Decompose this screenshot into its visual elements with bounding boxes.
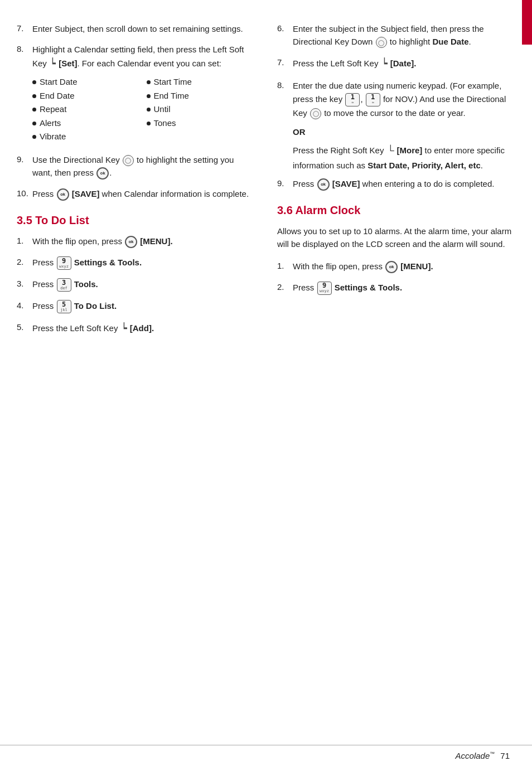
bullet-item: Vibrate — [32, 130, 141, 143]
list-item: 1. With the flip open, press ok [MENU]. — [277, 260, 515, 273]
ok-button-icon: ok — [125, 236, 137, 248]
list-item: 6. Enter the subject in the Subject fiel… — [277, 22, 515, 49]
key-3-icon: 3def — [57, 278, 71, 292]
item-number: 5. — [17, 321, 32, 337]
item-content: Highlight a Calendar setting field, then… — [32, 43, 255, 146]
bullet-dot — [147, 80, 151, 84]
due-date-label: Due Date — [432, 37, 468, 46]
section-header-3-6: 3.6 Alarm Clock — [277, 204, 515, 217]
soft-key-icon: ┕ — [381, 56, 388, 72]
left-column: 7. Enter Subject, then scroll down to se… — [17, 22, 266, 734]
list-item: 3. Press 3def Tools. — [17, 278, 255, 292]
list-item: 9. Press ok [SAVE] when entering a to do… — [277, 177, 515, 191]
key-9-icon: 9wxyz — [317, 282, 332, 295]
item-number: 7. — [17, 22, 32, 35]
directional-key-icon: ◯ — [123, 155, 134, 166]
ok-button-icon: ok — [385, 261, 398, 273]
bullet-grid: Start Date Start Time End Date End — [32, 76, 255, 143]
item-content: Press the Left Soft Key ┕ [Add]. — [32, 321, 255, 337]
item-content: Enter the due date using numeric keypad.… — [293, 79, 515, 119]
ok-button-icon: ok — [57, 188, 69, 201]
item-number: 1. — [17, 235, 32, 248]
item-number: 7. — [277, 56, 293, 72]
list-item: 4. Press 5jkl To Do List. — [17, 299, 255, 313]
ok-button-icon: ok — [96, 167, 109, 180]
directional-key-down-icon: ◯ — [376, 37, 387, 48]
brand-name: Accolade™ — [456, 751, 495, 760]
menu-label: [MENU]. — [140, 236, 172, 246]
save-label: [SAVE] — [332, 179, 360, 188]
date-label: [Date]. — [390, 58, 417, 67]
bullet-dot — [32, 122, 36, 125]
directional-key-icon: ◯ — [310, 108, 321, 119]
bullet-dot — [32, 80, 36, 84]
bullet-item: Start Time — [147, 76, 255, 89]
item-number: 2. — [277, 281, 293, 295]
item-number: 8. — [17, 43, 32, 146]
item-number: 9. — [277, 177, 293, 191]
right-column: 6. Enter the subject in the Subject fiel… — [266, 22, 515, 734]
item-content: Press ok [SAVE] when entering a to do is… — [293, 177, 515, 191]
list-item: 7. Press the Left Soft Key ┕ [Date]. — [277, 56, 515, 72]
list-item: 5. Press the Left Soft Key ┕ [Add]. — [17, 321, 255, 337]
item-content: Press ok [SAVE] when Calendar informatio… — [32, 187, 255, 201]
bullet-label: Start Date — [40, 76, 78, 89]
item-number: 1. — [277, 260, 293, 273]
bullet-item: End Date — [32, 90, 141, 103]
list-item: 8. Highlight a Calendar setting field, t… — [17, 43, 255, 146]
bullet-label: Vibrate — [40, 130, 66, 143]
section-header-3-5: 3.5 To Do List — [17, 214, 255, 227]
item-content: With the flip open, press ok [MENU]. — [293, 260, 515, 273]
item-number: 2. — [17, 256, 32, 270]
item-number: 3. — [17, 278, 32, 292]
item-content: Use the Directional Key ◯ to highlight t… — [32, 153, 255, 180]
item-number: 9. — [17, 153, 32, 180]
bullet-dot — [32, 108, 36, 111]
alarm-clock-description: Allows you to set up to 10 alarms. At th… — [277, 225, 515, 251]
key-1a-icon: 1≈ — [345, 93, 360, 106]
menu-label: [MENU]. — [400, 261, 433, 271]
or-section: OR Press the Right Soft Key ┘ [More] to … — [277, 127, 515, 172]
item-number: 4. — [17, 299, 32, 313]
right-soft-key-icon: ┘ — [387, 143, 394, 159]
settings-tools-label: Settings & Tools. — [335, 283, 402, 292]
bullet-item: Repeat — [32, 103, 141, 116]
page-number: 71 — [500, 751, 510, 760]
key-9-icon: 9wxyz — [57, 256, 71, 270]
bullet-dot — [147, 108, 151, 111]
item-content: Press 9wxyz Settings & Tools. — [32, 256, 255, 270]
bullet-label: Until — [154, 103, 171, 116]
list-item: 2. Press 9wxyz Settings & Tools. — [17, 256, 255, 270]
list-item: 1. With the flip open, press ok [MENU]. — [17, 235, 255, 248]
bullet-label: Repeat — [40, 103, 66, 116]
soft-key-icon: ┕ — [50, 56, 56, 72]
item-number: 10. — [17, 187, 32, 201]
list-item: 9. Use the Directional Key ◯ to highligh… — [17, 153, 255, 180]
footer: Accolade™ 71 — [0, 745, 532, 766]
bullet-label: Tones — [154, 117, 176, 130]
bullet-item: Alerts — [32, 117, 141, 130]
or-content: Press the Right Soft Key ┘ [More] to ent… — [293, 143, 515, 172]
more-label: [More] — [397, 146, 423, 155]
item-content: Enter the subject in the Subject field, … — [293, 22, 515, 49]
item-number: 8. — [277, 79, 293, 119]
key-1b-icon: 1≈ — [366, 93, 380, 106]
content-area: 7. Enter Subject, then scroll down to se… — [0, 0, 532, 745]
bullet-dot — [147, 122, 151, 125]
soft-key-icon: ┕ — [121, 321, 127, 337]
list-item: 10. Press ok [SAVE] when Calendar inform… — [17, 187, 255, 201]
bullet-label: End Time — [154, 90, 189, 103]
key-5-icon: 5jkl — [57, 300, 71, 313]
add-label: [Add]. — [130, 323, 154, 333]
key-label: [Set] — [59, 58, 77, 67]
bullet-dot — [147, 94, 151, 98]
list-item: 8. Enter the due date using numeric keyp… — [277, 79, 515, 119]
todolist-label: To Do List. — [74, 301, 117, 311]
or-label: OR — [293, 127, 515, 137]
list-item: 7. Enter Subject, then scroll down to se… — [17, 22, 255, 35]
item-content: With the flip open, press ok [MENU]. — [32, 235, 255, 248]
start-date-priority-label: Start Date, Priority, Alert, etc — [367, 161, 481, 170]
ok-button-icon: ok — [317, 178, 330, 191]
item-content: Press 3def Tools. — [32, 278, 255, 292]
item-content: Press the Left Soft Key ┕ [Date]. — [293, 56, 515, 72]
